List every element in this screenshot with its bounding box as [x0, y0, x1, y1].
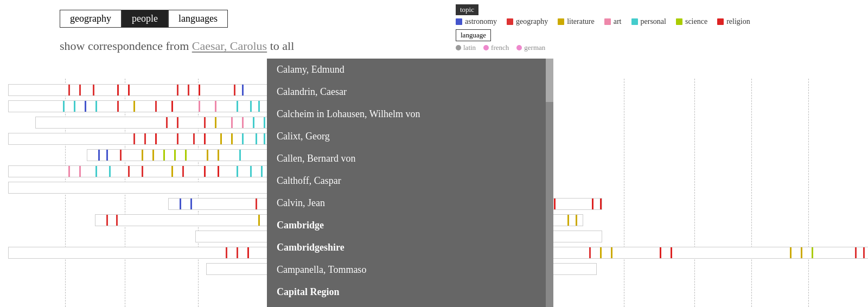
bar-tick-10-5: [611, 247, 612, 258]
bar-tick-2-0: [166, 117, 168, 128]
timeline-row-3[interactable]: [8, 133, 269, 145]
bar-tick-4-7: [185, 150, 187, 161]
dropdown-item-11[interactable]: Cardano, Gerolamo: [267, 303, 553, 307]
timeline-row-1[interactable]: [8, 100, 269, 112]
bar-tick-0-5: [177, 85, 178, 95]
bar-tick-2-7: [264, 117, 265, 128]
bar-tick-7-2: [256, 199, 257, 209]
bar-tick-4-0: [98, 150, 100, 161]
legend-item-science[interactable]: science: [676, 17, 707, 26]
timeline-row-6[interactable]: [8, 182, 269, 194]
chart-vline: [694, 79, 695, 307]
legend-languages: latin french german: [456, 43, 857, 52]
bar-tick-0-3: [117, 85, 119, 95]
timeline-row-4[interactable]: [87, 149, 271, 161]
bar-tick-1-3: [95, 101, 97, 112]
bar-tick-7-0: [180, 199, 181, 209]
bar-tick-5-10: [237, 166, 238, 177]
dropdown-item-4[interactable]: Callen, Bernard von: [267, 148, 553, 170]
bar-tick-4-9: [218, 150, 219, 161]
dropdown-overlay: Calamy, EdmundCalandrin, CaesarCalcheim …: [267, 59, 553, 307]
bar-tick-10-12: [863, 247, 865, 258]
bar-tick-4-5: [163, 150, 165, 161]
timeline-row-5[interactable]: [8, 165, 269, 177]
legend-lang-latin[interactable]: latin: [456, 43, 476, 52]
bar-tick-1-4: [117, 101, 119, 112]
legend-item-religion[interactable]: religion: [717, 17, 750, 26]
bar-tick-0-0: [68, 85, 70, 95]
dropdown-item-5[interactable]: Calthoff, Caspar: [267, 170, 553, 192]
art-dot: [604, 18, 611, 25]
chart-vline: [751, 79, 752, 307]
legend-lang-french[interactable]: french: [483, 43, 509, 52]
bar-tick-0-1: [79, 85, 81, 95]
subtitle: show correspondence from Caesar, Carolus…: [60, 39, 294, 53]
bar-tick-5-11: [250, 166, 252, 177]
geography-dot: [507, 18, 513, 25]
dropdown-item-1[interactable]: Calandrin, Caesar: [267, 81, 553, 103]
bar-tick-7-8: [592, 199, 593, 209]
bar-tick-8-2: [258, 215, 260, 226]
bar-tick-2-2: [204, 117, 206, 128]
bar-tick-5-0: [68, 166, 70, 177]
timeline-row-2[interactable]: [35, 117, 269, 129]
legend-item-art[interactable]: art: [604, 17, 622, 26]
dropdown-item-7[interactable]: Cambridge: [267, 214, 553, 236]
bar-tick-5-2: [95, 166, 97, 177]
latin-dot: [456, 45, 461, 50]
chart-vline: [624, 79, 624, 307]
bar-tick-3-6: [220, 133, 222, 144]
bar-tick-2-5: [242, 117, 244, 128]
geography-label: geography: [516, 17, 548, 26]
tab-geography[interactable]: geography: [60, 10, 122, 28]
astronomy-label: astronomy: [465, 17, 497, 26]
bar-tick-10-2: [247, 247, 249, 258]
bar-tick-8-7: [567, 215, 569, 226]
legend-lang-german[interactable]: german: [516, 43, 545, 52]
bar-tick-3-4: [193, 133, 195, 144]
legend-item-astronomy[interactable]: astronomy: [456, 17, 497, 26]
tab-languages[interactable]: languages: [168, 10, 228, 28]
timeline-row-0[interactable]: [8, 84, 269, 96]
bar-tick-4-4: [152, 150, 154, 161]
bar-tick-10-1: [237, 247, 238, 258]
bar-tick-0-4: [128, 85, 130, 95]
bar-tick-1-10: [237, 101, 238, 112]
bar-tick-4-2: [120, 150, 122, 161]
bar-tick-2-1: [177, 117, 178, 128]
bar-tick-0-2: [93, 85, 94, 95]
dropdown-item-8[interactable]: Cambridgeshire: [267, 236, 553, 259]
legend-item-literature[interactable]: literature: [558, 17, 595, 26]
dropdown-item-0[interactable]: Calamy, Edmund: [267, 59, 553, 81]
bar-tick-4-3: [142, 150, 143, 161]
latin-label: latin: [463, 43, 476, 52]
bar-tick-4-10: [239, 150, 241, 161]
nav-tabs: geography people languages: [60, 10, 228, 28]
dropdown-scrollbar[interactable]: [546, 59, 553, 307]
bar-tick-7-9: [600, 199, 602, 209]
bar-tick-5-4: [128, 166, 130, 177]
legend-item-personal[interactable]: personal: [631, 17, 666, 26]
personal-dot: [631, 18, 638, 25]
bar-tick-0-7: [199, 85, 200, 95]
dropdown-item-2[interactable]: Calcheim in Lohausen, Wilhelm von: [267, 103, 553, 125]
bar-tick-3-10: [264, 133, 265, 144]
bar-tick-1-0: [63, 101, 65, 112]
french-dot: [483, 45, 489, 50]
dropdown-item-6[interactable]: Calvin, Jean: [267, 192, 553, 214]
tab-people[interactable]: people: [122, 10, 168, 28]
religion-label: religion: [726, 17, 750, 26]
dropdown-item-10[interactable]: Capital Region: [267, 281, 553, 303]
dropdown-scrollbar-thumb[interactable]: [546, 59, 553, 102]
bar-tick-10-6: [660, 247, 661, 258]
bar-tick-2-3: [215, 117, 216, 128]
legend-item-geography[interactable]: geography: [507, 17, 548, 26]
dropdown-item-3[interactable]: Calixt, Georg: [267, 125, 553, 148]
bar-tick-8-8: [576, 215, 577, 226]
subtitle-suffix: to all: [270, 39, 295, 53]
bar-tick-4-6: [174, 150, 176, 161]
dropdown-item-9[interactable]: Campanella, Tommaso: [267, 259, 553, 281]
bar-tick-10-3: [589, 247, 591, 258]
person-name-link[interactable]: Caesar, Carolus: [192, 39, 267, 53]
german-dot: [516, 45, 522, 50]
